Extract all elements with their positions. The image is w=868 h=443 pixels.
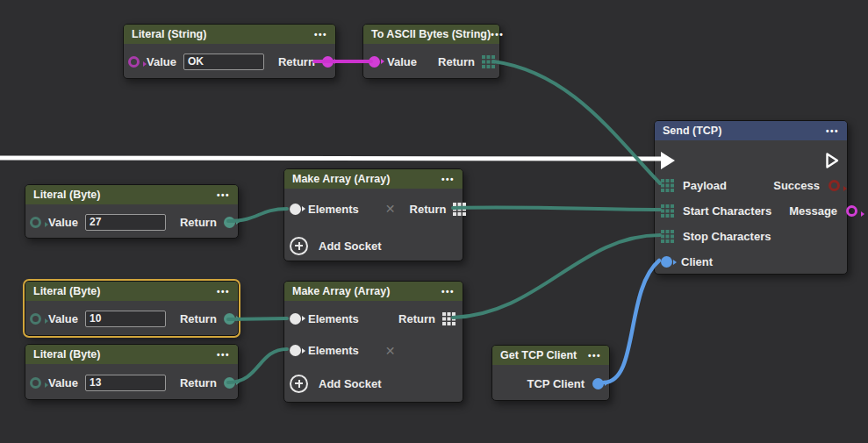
node-menu-button[interactable]: ••• [217,350,230,360]
return-label: Return [180,216,217,229]
value-label: Value [387,55,417,68]
node-menu-button[interactable]: ••• [217,190,230,200]
success-output-port[interactable] [829,180,840,191]
wire-ascii-to-payload[interactable] [493,61,660,183]
node-make-array-2[interactable]: Make Array (Array) ••• Elements Return E… [283,281,463,403]
node-make-array-1[interactable]: Make Array (Array) ••• Elements ✕ Return… [283,168,463,261]
node-header[interactable]: Make Array (Array) ••• [284,169,463,189]
node-send-tcp[interactable]: Send (TCP) ••• Payload Success Start Cha… [654,120,848,275]
node-menu-button[interactable]: ••• [441,175,455,184]
value-input[interactable] [85,311,166,327]
payload-input-port[interactable] [661,179,674,192]
elements-input-port[interactable] [290,204,301,215]
node-header[interactable]: Literal (Byte) ••• [25,282,238,301]
node-header[interactable]: Literal (Byte) ••• [25,345,238,364]
elements-input-port-1[interactable] [290,313,301,325]
value-input[interactable] [85,214,166,231]
node-menu-button[interactable]: ••• [491,30,504,39]
node-menu-button[interactable]: ••• [314,30,327,39]
wire-exec-flow[interactable] [0,158,662,159]
node-title: Get TCP Client [500,349,577,361]
return-label: Return [410,203,447,216]
add-socket-icon[interactable] [290,237,308,255]
value-input-port[interactable] [128,56,140,68]
node-literal-byte-13[interactable]: Literal (Byte) ••• Value Return [25,344,239,400]
message-output-port[interactable] [846,205,857,217]
node-editor-canvas[interactable]: Literal (String) ••• Value Return To ASC… [0,0,868,443]
node-header[interactable]: Make Array (Array) ••• [284,282,463,301]
value-label: Value [48,216,78,229]
node-header[interactable]: Literal (String) ••• [124,25,335,44]
elements-input-port-2[interactable] [290,345,301,356]
exec-output-port[interactable] [825,152,840,169]
node-title: Literal (Byte) [33,189,100,201]
payload-label: Payload [683,179,727,192]
message-label: Message [789,204,837,218]
return-label: Return [438,55,475,68]
value-label: Value [48,376,78,389]
success-label: Success [773,179,820,192]
tcp-client-label: TCP Client [527,377,585,390]
node-literal-byte-27[interactable]: Literal (Byte) ••• Value Return [25,184,239,239]
node-header[interactable]: Send (TCP) ••• [655,121,847,140]
node-title: To ASCII Bytes (String) [371,28,491,40]
start-characters-label: Start Characters [683,204,771,218]
value-label: Value [48,312,78,325]
add-socket-label[interactable]: Add Socket [319,239,382,253]
value-input-port[interactable] [30,377,41,389]
start-characters-input-port[interactable] [661,204,674,218]
node-title: Literal (Byte) [33,285,100,297]
remove-socket-button[interactable]: ✕ [385,344,396,358]
return-label: Return [180,376,217,389]
node-menu-button[interactable]: ••• [826,126,839,136]
value-input[interactable] [183,54,264,70]
wire-array2-to-stop[interactable] [453,235,660,318]
node-header[interactable]: Literal (Byte) ••• [25,185,238,204]
node-menu-button[interactable]: ••• [217,287,230,297]
value-label: Value [147,55,176,68]
node-menu-button[interactable]: ••• [441,287,455,297]
wire-array1-to-start[interactable] [453,207,660,210]
node-title: Send (TCP) [663,125,721,137]
node-title: Make Array (Array) [292,173,390,185]
elements-label-2: Elements [308,344,359,357]
node-to-ascii-bytes[interactable]: To ASCII Bytes (String) ••• Value Return [362,24,500,79]
wire-client[interactable] [604,261,659,382]
add-socket-icon[interactable] [290,375,308,393]
add-socket-label[interactable]: Add Socket [319,377,382,390]
node-title: Make Array (Array) [292,285,390,297]
value-input-port[interactable] [30,217,41,228]
wire-byte10-to-array2[interactable] [228,318,287,319]
stop-characters-input-port[interactable] [661,230,674,243]
elements-label-1: Elements [308,312,359,325]
node-literal-string[interactable]: Literal (String) ••• Value Return [123,24,336,79]
node-header[interactable]: Get TCP Client ••• [492,346,609,365]
value-input[interactable] [85,375,166,391]
node-literal-byte-10[interactable]: Literal (Byte) ••• Value Return [25,281,239,336]
node-get-tcp-client[interactable]: Get TCP Client ••• TCP Client [491,345,610,401]
value-input-port[interactable] [30,313,41,325]
client-input-port[interactable] [661,256,672,268]
node-menu-button[interactable]: ••• [588,351,601,361]
remove-socket-button[interactable]: ✕ [385,202,396,216]
return-label: Return [180,312,217,325]
node-title: Literal (String) [132,28,206,40]
elements-label: Elements [308,203,359,216]
node-title: Literal (Byte) [33,348,100,361]
node-header[interactable]: To ASCII Bytes (String) ••• [363,25,499,44]
return-label: Return [398,312,435,325]
return-label: Return [278,55,315,68]
stop-characters-label: Stop Characters [683,230,771,243]
client-label: Client [681,255,713,268]
